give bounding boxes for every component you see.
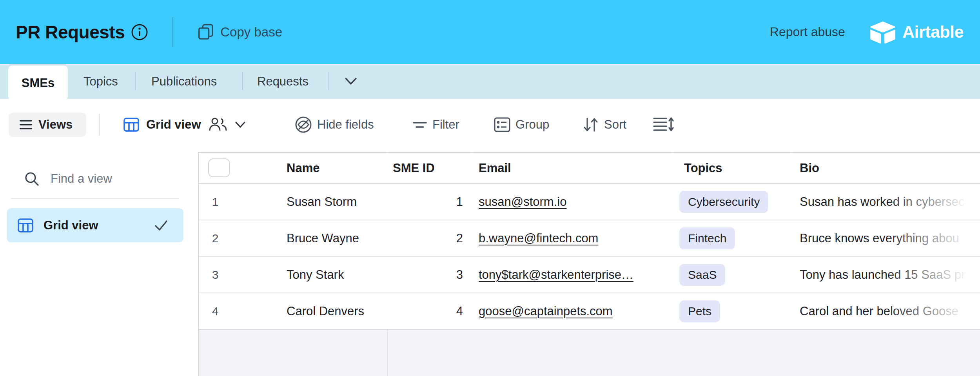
cell-topics[interactable]: SaaS	[679, 257, 725, 292]
cell-bio[interactable]: Carol and her beloved Goose	[800, 293, 980, 329]
grid-view-icon	[123, 118, 139, 132]
group-icon	[494, 117, 510, 132]
column-border	[387, 330, 388, 376]
top-bar: PR Requests Copy base Report abuse	[0, 0, 980, 64]
toolbar-divider	[99, 114, 100, 136]
cell-name[interactable]: Bruce Wayne	[287, 220, 359, 256]
filter-button[interactable]: Filter	[412, 113, 459, 137]
find-a-view-input[interactable]	[51, 172, 168, 186]
topic-pill[interactable]: SaaS	[679, 264, 725, 286]
group-button[interactable]: Group	[494, 113, 549, 137]
topbar-right: Report abuse Airtable	[770, 20, 980, 44]
column-header-name[interactable]: Name	[287, 153, 319, 183]
sort-icon	[583, 117, 599, 133]
topic-pill[interactable]: Fintech	[679, 227, 735, 249]
views-label: Views	[38, 118, 73, 132]
cell-name[interactable]: Carol Denvers	[287, 293, 364, 329]
sidebar-view-label: Grid view	[44, 218, 98, 233]
email-link[interactable]: tony$tark@starkenterprise…	[479, 268, 633, 282]
info-icon[interactable]	[131, 24, 148, 41]
sidebar-view-grid-view[interactable]: Grid view	[7, 208, 183, 242]
filter-label: Filter	[432, 118, 459, 132]
check-icon	[154, 220, 168, 231]
tab-topics[interactable]: Topics	[83, 64, 118, 99]
airtable-app: PR Requests Copy base Report abuse	[0, 0, 980, 376]
tab-smes-label: SMEs	[22, 76, 54, 90]
copy-base-button[interactable]: Copy base	[198, 24, 282, 41]
filter-icon	[412, 118, 427, 131]
group-label: Group	[515, 118, 549, 132]
cell-bio[interactable]: Tony has launched 15 SaaS pr	[800, 257, 980, 292]
grid-left-border	[198, 330, 199, 376]
current-view-name: Grid view	[146, 118, 201, 132]
row-number[interactable]: 2	[199, 220, 232, 256]
row-height-icon	[653, 116, 675, 133]
tab-divider	[135, 72, 136, 90]
tab-publications[interactable]: Publications	[151, 64, 217, 99]
cell-name[interactable]: Tony Stark	[287, 257, 344, 292]
tab-smes[interactable]: SMEs	[8, 65, 68, 100]
table-row[interactable]: 2 Bruce Wayne 2 b.wayne@fintech.com Fint…	[199, 220, 980, 256]
sort-label: Sort	[604, 118, 626, 132]
email-link[interactable]: susan@storm.io	[479, 195, 566, 209]
brand-wordmark: Airtable	[902, 22, 964, 42]
tab-divider	[242, 72, 243, 90]
hide-fields-button[interactable]: Hide fields	[295, 113, 374, 137]
row-number[interactable]: 1	[199, 184, 232, 220]
cell-sme-id[interactable]: 2	[395, 220, 463, 256]
grid-empty-area[interactable]	[199, 330, 980, 376]
topic-pill[interactable]: Cybersecurity	[679, 191, 768, 213]
collaborators-icon	[208, 117, 228, 132]
cell-topics[interactable]: Pets	[679, 293, 720, 329]
table-row[interactable]: 3 Tony Stark 3 tony$tark@starkenterprise…	[199, 257, 980, 292]
topic-pill[interactable]: Pets	[679, 300, 720, 322]
column-header-email[interactable]: Email	[479, 153, 511, 183]
cell-topics[interactable]: Fintech	[679, 220, 735, 256]
base-title: PR Requests	[16, 22, 125, 43]
grid-header-row: Name SME ID Email Topics Bio	[199, 153, 980, 183]
view-switcher-chevron-icon	[235, 121, 246, 128]
cell-email[interactable]: susan@storm.io	[479, 184, 566, 220]
cell-bio[interactable]: Susan has worked in cybersec	[800, 184, 980, 220]
table-row[interactable]: 4 Carol Denvers 4 goose@captainpets.com …	[199, 293, 980, 329]
hide-fields-icon	[295, 116, 312, 133]
find-a-view-search	[24, 171, 168, 187]
table-row[interactable]: 1 Susan Storm 1 susan@storm.io Cybersecu…	[199, 184, 980, 220]
airtable-logo-icon	[869, 20, 897, 44]
select-all-checkbox[interactable]	[208, 158, 230, 177]
copy-icon	[198, 24, 214, 41]
cell-bio[interactable]: Bruce knows everything abou	[800, 220, 980, 256]
topbar-left: PR Requests Copy base	[0, 17, 282, 47]
report-abuse-link[interactable]: Report abuse	[770, 25, 845, 39]
tab-divider	[328, 72, 329, 90]
email-link[interactable]: b.wayne@fintech.com	[479, 231, 598, 245]
column-header-bio[interactable]: Bio	[800, 153, 819, 183]
row-height-button[interactable]	[653, 113, 675, 137]
cell-email[interactable]: b.wayne@fintech.com	[479, 220, 598, 256]
more-tables-chevron-icon[interactable]	[344, 77, 358, 85]
grid-view-icon	[18, 218, 33, 233]
row-number[interactable]: 3	[199, 257, 232, 292]
hide-fields-label: Hide fields	[317, 118, 374, 132]
tab-requests[interactable]: Requests	[257, 64, 309, 99]
menu-icon	[20, 119, 32, 131]
column-header-topics[interactable]: Topics	[684, 153, 722, 183]
cell-sme-id[interactable]: 1	[395, 184, 463, 220]
airtable-logo[interactable]: Airtable	[869, 20, 964, 44]
views-button[interactable]: Views	[9, 113, 86, 137]
cell-sme-id[interactable]: 4	[395, 293, 463, 329]
cell-topics[interactable]: Cybersecurity	[679, 184, 768, 220]
table-tab-bar	[0, 64, 980, 99]
column-header-sme-id[interactable]: SME ID	[393, 153, 435, 183]
row-number[interactable]: 4	[199, 293, 232, 329]
cell-sme-id[interactable]: 3	[395, 257, 463, 292]
cell-email[interactable]: tony$tark@starkenterprise…	[479, 257, 633, 292]
search-icon	[24, 171, 40, 187]
email-link[interactable]: goose@captainpets.com	[479, 304, 613, 318]
sort-button[interactable]: Sort	[583, 113, 626, 137]
cell-email[interactable]: goose@captainpets.com	[479, 293, 613, 329]
view-switcher[interactable]: Grid view	[123, 113, 246, 137]
copy-base-label: Copy base	[220, 25, 282, 40]
divider	[172, 17, 173, 47]
cell-name[interactable]: Susan Storm	[287, 184, 357, 220]
